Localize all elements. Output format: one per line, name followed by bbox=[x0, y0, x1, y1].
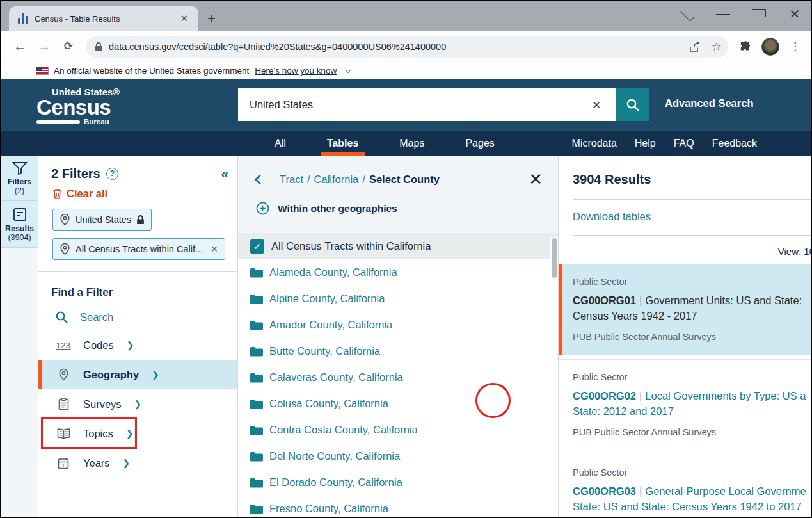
card-survey: PUB Public Sector Annual Surveys bbox=[573, 332, 806, 342]
extensions-puzzle-icon[interactable] bbox=[740, 41, 751, 53]
filter-category-topics[interactable]: Topics❯ bbox=[38, 419, 237, 448]
filter-category-codes[interactable]: 123Codes❯ bbox=[38, 330, 237, 360]
clear-all-button[interactable]: Clear all bbox=[52, 188, 227, 200]
county-link[interactable]: Butte County, California bbox=[269, 345, 380, 357]
browser-tab[interactable]: Census - Table Results ✕ bbox=[9, 6, 198, 31]
rail-results-tab[interactable]: Results (3904) bbox=[1, 201, 38, 248]
county-row[interactable]: El Dorado County, California bbox=[238, 469, 558, 496]
address-bar[interactable]: data.census.gov/cedsci/table?q=United%20… bbox=[86, 36, 728, 58]
card-title-line1: CG00ORG03|General-Purpose Local Governme… bbox=[573, 483, 806, 499]
back-button[interactable]: ← bbox=[9, 39, 31, 54]
share-icon[interactable] bbox=[690, 42, 701, 52]
site-security-lock-icon[interactable] bbox=[95, 42, 102, 51]
result-card[interactable]: Public SectorCG00ORG03|General-Purpose L… bbox=[559, 455, 811, 518]
census-bureau-logo[interactable]: United States® Census Bureau bbox=[36, 87, 120, 125]
county-link[interactable]: Fresno County, California bbox=[269, 503, 388, 515]
breadcrumb-link-tract[interactable]: Tract bbox=[280, 174, 303, 185]
search-input[interactable] bbox=[238, 88, 616, 121]
pipe-separator: | bbox=[636, 390, 645, 401]
filter-category-surveys[interactable]: Surveys❯ bbox=[38, 389, 237, 419]
tab-search-icon[interactable] bbox=[680, 8, 694, 20]
window-minimize-button[interactable] bbox=[716, 8, 730, 20]
county-row[interactable]: Alpine County, California bbox=[238, 286, 558, 312]
new-tab-button[interactable]: + bbox=[207, 12, 216, 26]
search-clear-icon[interactable]: ✕ bbox=[588, 97, 605, 113]
nav-tab-tables[interactable]: Tables bbox=[306, 131, 379, 156]
window-close-button[interactable]: ✕ bbox=[788, 6, 802, 22]
breadcrumb-link-california[interactable]: California bbox=[314, 174, 359, 185]
county-row[interactable]: Contra Costa County, California bbox=[238, 417, 558, 443]
result-card[interactable]: Public SectorCG00ORG02|Local Governments… bbox=[559, 359, 811, 450]
county-row[interactable]: Colusa County, California bbox=[238, 391, 558, 417]
folder-icon bbox=[250, 399, 263, 409]
nav-tab-pages[interactable]: Pages bbox=[445, 131, 514, 156]
nav-link-feedback[interactable]: Feedback bbox=[703, 131, 766, 156]
checkbox-checked[interactable]: ✓ bbox=[250, 239, 264, 254]
county-link[interactable]: Contra Costa County, California bbox=[269, 424, 418, 436]
filter-category-years[interactable]: 1Years❯ bbox=[38, 448, 237, 478]
filter-category-geography[interactable]: Geography❯ bbox=[38, 360, 237, 389]
folder-icon bbox=[250, 504, 263, 514]
county-row[interactable]: Alameda County, California bbox=[238, 259, 558, 286]
us-flag-icon bbox=[36, 67, 48, 74]
table-code: CG00ORG03 bbox=[573, 485, 636, 497]
county-row[interactable]: Butte County, California bbox=[238, 338, 558, 364]
county-link[interactable]: Del Norte County, California bbox=[269, 450, 400, 462]
county-row[interactable]: Fresno County, California bbox=[238, 496, 558, 518]
rail-results-count: (3904) bbox=[3, 233, 36, 242]
search-icon bbox=[55, 311, 68, 324]
scrollbar-thumb[interactable] bbox=[552, 238, 557, 278]
view-selector[interactable]: View: 10 bbox=[559, 246, 811, 257]
collapse-panel-icon[interactable]: « bbox=[221, 166, 227, 181]
county-row[interactable]: Amador County, California bbox=[238, 312, 558, 338]
bookmark-star-icon[interactable]: ☆ bbox=[712, 40, 722, 54]
tab-close-icon[interactable]: ✕ bbox=[176, 12, 192, 26]
filters-help-icon[interactable]: ? bbox=[106, 168, 118, 180]
filter-search-button[interactable]: Search bbox=[55, 311, 237, 324]
close-panel-icon[interactable]: ✕ bbox=[529, 171, 543, 188]
nav-left-group: AllTablesMapsPages bbox=[254, 131, 515, 156]
result-cards: Public SectorCG00ORG01|Government Units:… bbox=[559, 264, 811, 518]
county-row[interactable]: Calaveras County, California bbox=[238, 364, 558, 391]
county-link[interactable]: Alameda County, California bbox=[269, 266, 397, 279]
download-tables-link[interactable]: Download tables bbox=[573, 211, 811, 223]
filter-chip[interactable]: All Census Tracts within Calif...✕ bbox=[52, 238, 225, 260]
browser-menu-icon[interactable]: ⋮ bbox=[790, 40, 800, 53]
nav-link-faq[interactable]: FAQ bbox=[665, 131, 703, 156]
nav-link-microdata[interactable]: Microdata bbox=[563, 131, 626, 156]
county-row[interactable]: Del Norte County, California bbox=[238, 443, 558, 469]
how-you-know-link[interactable]: Here’s how you know bbox=[255, 66, 337, 76]
result-card[interactable]: Public SectorCG00ORG01|Government Units:… bbox=[559, 264, 811, 355]
window-maximize-button[interactable] bbox=[752, 8, 766, 20]
nav-link-help[interactable]: Help bbox=[626, 131, 665, 156]
filter-chip[interactable]: United States bbox=[52, 209, 152, 231]
back-icon[interactable] bbox=[255, 174, 265, 184]
reload-button[interactable]: ⟳ bbox=[58, 40, 79, 53]
search-button[interactable] bbox=[616, 88, 649, 121]
nav-tab-maps[interactable]: Maps bbox=[379, 131, 445, 156]
plus-circle-icon bbox=[256, 202, 269, 215]
county-link[interactable]: El Dorado County, California bbox=[269, 476, 402, 489]
profile-avatar[interactable] bbox=[761, 38, 779, 56]
card-survey: PUB Public Sector Annual Surveys bbox=[573, 427, 806, 437]
scrollbar[interactable] bbox=[550, 237, 558, 518]
results-panel: 3904 Results Download tables View: 10 Pu… bbox=[559, 156, 811, 518]
folder-icon bbox=[250, 294, 263, 304]
nav-tab-all[interactable]: All bbox=[254, 131, 306, 156]
county-link[interactable]: Alpine County, California bbox=[269, 293, 385, 305]
advanced-search-link[interactable]: Advanced Search bbox=[665, 97, 753, 109]
chip-remove-icon[interactable]: ✕ bbox=[211, 244, 218, 254]
county-link[interactable]: Calaveras County, California bbox=[269, 371, 403, 384]
filter-funnel-icon bbox=[12, 161, 28, 175]
select-all-tracts-row[interactable]: ✓All Census Tracts within California bbox=[238, 233, 558, 259]
category-label: Topics bbox=[83, 428, 113, 440]
divider bbox=[38, 271, 237, 272]
county-link[interactable]: Colusa County, California bbox=[269, 398, 388, 410]
within-other-geographies-button[interactable]: Within other geographies bbox=[256, 202, 558, 215]
chip-label: United States bbox=[76, 214, 131, 225]
url-text: data.census.gov/cedsci/table?q=United%20… bbox=[109, 42, 690, 52]
rail-filters-tab[interactable]: Filters (2) bbox=[1, 156, 38, 201]
forward-button[interactable]: → bbox=[33, 39, 55, 54]
topics-icon bbox=[55, 428, 72, 439]
county-link[interactable]: Amador County, California bbox=[269, 319, 392, 331]
